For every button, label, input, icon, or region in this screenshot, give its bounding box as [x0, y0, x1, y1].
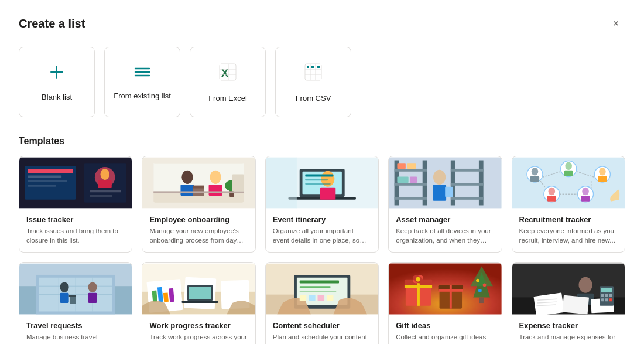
svg-point-38 [210, 171, 221, 184]
modal-title: Create a list [19, 17, 85, 30]
svg-rect-50 [305, 175, 333, 177]
template-card-gift-ideas[interactable]: Gift ideasCollect and organize gift idea… [388, 262, 502, 344]
svg-rect-164 [605, 294, 608, 297]
templates-section: Templates Issue trackerTrack issues and … [19, 136, 625, 344]
svg-rect-120 [182, 301, 219, 303]
svg-rect-24 [28, 185, 56, 187]
from-csv-card[interactable]: From CSV [275, 47, 351, 117]
template-card-employee-onboarding[interactable]: Employee onboardingManage your new emplo… [142, 156, 255, 253]
create-list-modal: Create a list × Blank list From e [0, 0, 644, 344]
svg-rect-28 [90, 195, 112, 197]
svg-rect-156 [562, 295, 589, 315]
svg-rect-22 [28, 175, 61, 178]
template-name-travel-requests: Travel requests [26, 321, 125, 330]
close-button[interactable]: × [607, 14, 625, 33]
svg-point-29 [101, 169, 109, 180]
svg-rect-125 [300, 281, 339, 284]
svg-point-149 [483, 284, 487, 287]
template-card-expense-tracker[interactable]: Expense trackerTrack and manage expenses… [512, 262, 625, 344]
svg-point-150 [478, 289, 482, 292]
csv-icon [303, 62, 324, 87]
plus-icon [47, 63, 66, 86]
svg-point-140 [416, 277, 420, 282]
svg-rect-127 [300, 291, 337, 292]
template-name-expense-tracker: Expense tracker [519, 321, 618, 330]
svg-rect-43 [232, 175, 244, 192]
from-csv-label: From CSV [296, 94, 331, 103]
create-options-row: Blank list From existing list X [19, 47, 625, 117]
svg-rect-137 [405, 285, 432, 288]
template-image-event-itinerary [266, 156, 378, 209]
svg-rect-129 [309, 295, 316, 301]
svg-rect-23 [28, 180, 67, 182]
svg-rect-147 [479, 298, 484, 304]
svg-rect-37 [193, 186, 204, 189]
svg-point-103 [60, 282, 68, 292]
template-desc-work-progress-tracker: Track work progress across your team and… [149, 332, 248, 344]
svg-rect-61 [395, 183, 427, 186]
template-image-travel-requests [19, 263, 132, 315]
from-existing-list-label: From existing list [114, 91, 171, 100]
template-image-expense-tracker [512, 263, 625, 315]
svg-rect-35 [181, 185, 194, 196]
modal-header: Create a list × [19, 14, 625, 33]
svg-rect-39 [209, 185, 222, 196]
template-card-work-progress-tracker[interactable]: Work progress trackerTrack work progress… [142, 262, 255, 344]
svg-rect-130 [317, 295, 324, 301]
svg-rect-18 [317, 66, 320, 68]
template-image-asset-manager [389, 156, 501, 209]
svg-rect-72 [445, 187, 453, 197]
template-name-work-progress-tracker: Work progress tracker [149, 321, 248, 330]
template-desc-employee-onboarding: Manage your new employee's onboarding pr… [149, 226, 248, 245]
template-desc-expense-tracker: Track and manage expenses for your team … [519, 332, 618, 344]
from-existing-list-card[interactable]: From existing list [104, 47, 180, 117]
templates-section-title: Templates [19, 136, 625, 147]
svg-rect-65 [451, 197, 484, 200]
svg-rect-42 [154, 191, 244, 193]
svg-rect-85 [547, 196, 556, 202]
svg-rect-64 [451, 183, 484, 186]
svg-rect-53 [266, 158, 297, 209]
template-name-content-scheduler: Content scheduler [273, 321, 371, 330]
template-card-recruitment-tracker[interactable]: Recruitment trackerKeep everyone informe… [512, 156, 625, 253]
svg-rect-17 [311, 66, 314, 68]
from-excel-card[interactable]: X From Excel [190, 47, 266, 117]
from-excel-label: From Excel [208, 94, 247, 103]
svg-rect-79 [564, 171, 573, 176]
template-desc-gift-ideas: Collect and organize gift ideas for ever… [396, 332, 494, 344]
svg-rect-68 [398, 176, 409, 183]
template-card-asset-manager[interactable]: Asset managerKeep track of all devices i… [388, 156, 502, 253]
svg-rect-76 [530, 176, 539, 182]
blank-list-card[interactable]: Blank list [19, 47, 95, 117]
template-card-travel-requests[interactable]: Travel requestsManage business travel re… [19, 262, 132, 344]
svg-rect-108 [88, 293, 97, 303]
template-card-event-itinerary[interactable]: Event itineraryOrganize all your importa… [265, 156, 379, 253]
template-image-recruitment-tracker [512, 156, 625, 209]
excel-icon: X [217, 62, 238, 87]
template-desc-event-itinerary: Organize all your important event detail… [273, 226, 371, 245]
svg-rect-49 [320, 188, 335, 200]
svg-rect-126 [300, 286, 331, 288]
svg-rect-62 [395, 197, 427, 200]
template-name-issue-tracker: Issue tracker [26, 215, 125, 224]
svg-rect-63 [451, 169, 484, 172]
blank-list-label: Blank list [42, 93, 72, 101]
template-card-content-scheduler[interactable]: Content schedulerPlan and schedule your … [265, 262, 379, 344]
svg-point-70 [433, 170, 446, 185]
svg-rect-116 [163, 293, 169, 302]
svg-rect-67 [407, 163, 416, 169]
template-card-issue-tracker[interactable]: Issue trackerTrack issues and bring them… [19, 156, 132, 253]
svg-rect-16 [307, 66, 309, 68]
template-image-gift-ideas [389, 263, 501, 315]
svg-rect-143 [450, 285, 452, 308]
svg-rect-104 [60, 293, 68, 303]
template-image-issue-tracker [19, 156, 132, 209]
svg-rect-155 [533, 293, 564, 316]
template-desc-recruitment-tracker: Keep everyone informed as you recruit, i… [519, 226, 618, 245]
svg-rect-144 [439, 289, 463, 292]
template-desc-asset-manager: Keep track of all devices in your organi… [396, 226, 494, 245]
svg-point-75 [531, 168, 538, 175]
svg-point-107 [88, 282, 97, 292]
svg-rect-60 [395, 169, 427, 172]
svg-point-87 [582, 188, 589, 195]
